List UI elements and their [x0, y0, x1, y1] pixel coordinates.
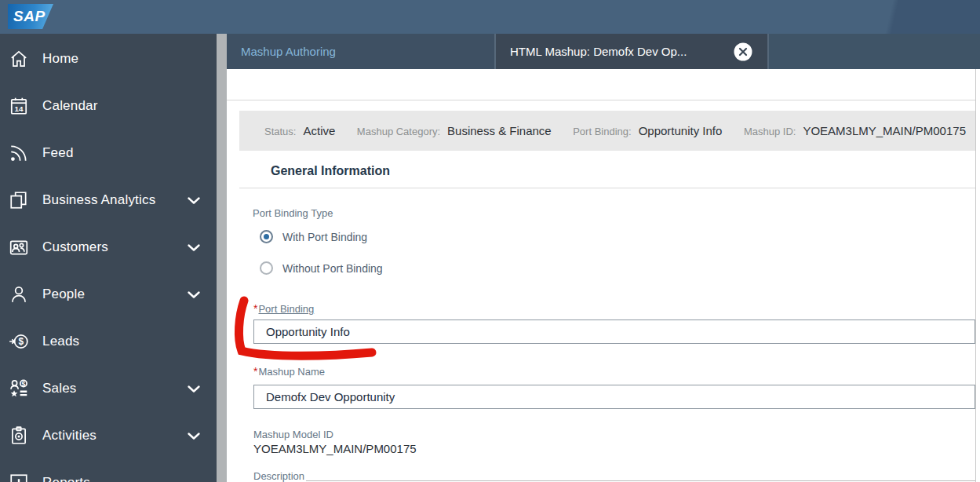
status-field-status: Status: Active [264, 124, 335, 137]
radio-with-port-binding[interactable]: With Port Binding [260, 230, 367, 243]
sidebar-item-calendar[interactable]: 14 Calendar [0, 82, 217, 130]
top-banner: SAP [0, 0, 980, 34]
port-binding-label[interactable]: *Port Binding [253, 302, 314, 315]
sidebar-item-label: Feed [42, 145, 201, 161]
business-analytics-icon [8, 190, 29, 211]
port-binding-input[interactable] [253, 320, 975, 344]
sidebar-scrollbar[interactable] [217, 34, 227, 482]
tab-label: Mashup Authoring [241, 45, 336, 58]
radio-selected-icon[interactable] [260, 230, 273, 243]
status-value: YOEAM3LMY_MAIN/PM00175 [803, 124, 966, 137]
radio-label: Without Port Binding [282, 262, 383, 275]
leads-icon: $ [8, 331, 29, 352]
customers-icon [8, 237, 29, 258]
chevron-down-icon [187, 243, 201, 252]
sidebar-item-label: Home [42, 51, 201, 67]
sidebar-item-activities[interactable]: Activities [0, 412, 217, 459]
tab-label: HTML Mashup: Demofx Dev Op... [510, 45, 687, 58]
tab-bar-filler [769, 34, 980, 69]
status-label: Mashup Category: [357, 126, 440, 137]
chevron-down-icon [187, 196, 201, 205]
port-binding-type-label: Port Binding Type [253, 207, 333, 219]
sidebar-item-label: Calendar [42, 98, 201, 114]
calendar-icon: 14 [8, 96, 29, 117]
sidebar-item-reports[interactable]: Reports [0, 459, 217, 482]
status-value: Opportunity Info [639, 124, 723, 137]
chevron-down-icon [187, 290, 201, 299]
sidebar-item-feed[interactable]: Feed [0, 130, 217, 177]
radio-unselected-icon[interactable] [260, 261, 273, 275]
sidebar-item-home[interactable]: Home [0, 35, 217, 82]
close-icon[interactable] [733, 42, 753, 62]
status-field-port-binding: Port Binding: Opportunity Info [573, 124, 722, 137]
status-bar: Status: Active Mashup Category: Business… [239, 111, 975, 151]
chevron-down-icon [187, 432, 201, 440]
required-marker: * [253, 365, 257, 378]
mashup-name-input[interactable] [253, 385, 975, 409]
sidebar-item-leads[interactable]: $ Leads [0, 318, 217, 365]
tab-html-mashup[interactable]: HTML Mashup: Demofx Dev Op... [496, 34, 769, 69]
tab-bar: Mashup Authoring HTML Mashup: Demofx Dev… [227, 34, 980, 69]
mashup-model-id-value: YOEAM3LMY_MAIN/PM00175 [253, 442, 417, 455]
section-title: General Information [271, 164, 390, 178]
mashup-name-label: *Mashup Name [253, 365, 325, 378]
sidebar-item-label: People [42, 287, 187, 302]
sidebar-item-label: Reports [42, 475, 201, 482]
sidebar-item-business-analytics[interactable]: Business Analytics [0, 177, 217, 224]
status-value: Business & Finance [447, 124, 552, 137]
sidebar-item-label: Customers [42, 239, 187, 255]
sidebar-item-sales[interactable]: $ Sales [0, 365, 217, 412]
sidebar-nav: Home 14 Calendar Feed Business Analytics… [0, 34, 217, 482]
status-label: Port Binding: [573, 126, 631, 137]
reports-icon [8, 473, 29, 482]
sidebar-item-people[interactable]: People [0, 271, 217, 318]
mashup-model-id-label: Mashup Model ID [253, 429, 333, 440]
radio-label: With Port Binding [282, 231, 367, 243]
chevron-down-icon [187, 385, 201, 393]
sap-logo: SAP [8, 4, 53, 29]
status-value: Active [303, 124, 335, 137]
mashup-detail-page: Status: Active Mashup Category: Business… [227, 69, 976, 482]
svg-text:$: $ [18, 336, 24, 347]
tab-mashup-authoring[interactable]: Mashup Authoring [227, 34, 496, 69]
required-marker: * [253, 302, 257, 315]
sidebar-item-label: Leads [42, 334, 201, 349]
page-header-strip [227, 69, 975, 100]
description-label: Description [253, 470, 304, 482]
description-divider [306, 480, 975, 481]
sidebar-item-label: Activities [42, 428, 187, 444]
sidebar-item-customers[interactable]: Customers [0, 224, 217, 271]
sidebar-item-label: Sales [42, 381, 187, 396]
status-field-mashup-id: Mashup ID: YOEAM3LMY_MAIN/PM00175 [744, 124, 966, 137]
status-label: Status: [264, 126, 296, 137]
sidebar-item-label: Business Analytics [42, 192, 187, 208]
sales-icon: $ [8, 378, 29, 400]
svg-text:$: $ [21, 380, 25, 388]
status-label: Mashup ID: [744, 126, 796, 137]
people-icon [8, 284, 29, 305]
radio-without-port-binding[interactable]: Without Port Binding [260, 261, 383, 275]
feed-icon [8, 143, 29, 164]
section-divider [239, 188, 975, 188]
activities-icon [8, 425, 29, 447]
status-field-category: Mashup Category: Business & Finance [357, 124, 552, 137]
home-icon [8, 49, 29, 70]
svg-text:14: 14 [14, 104, 23, 113]
